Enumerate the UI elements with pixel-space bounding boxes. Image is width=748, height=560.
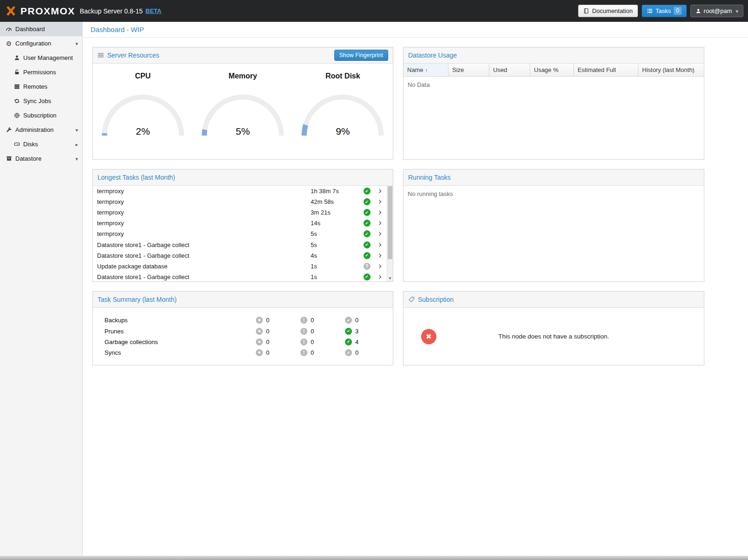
subscription-panel: Subscription This node does not have a s… xyxy=(403,291,704,365)
column-header-name[interactable]: Name xyxy=(403,64,449,76)
show-fingerprint-button[interactable]: Show Fingerprint xyxy=(334,50,389,61)
status-ok-icon xyxy=(364,241,371,248)
column-label: Estimated Full xyxy=(578,66,616,73)
sidebar-item-disks[interactable]: Disks xyxy=(0,137,82,151)
column-header-history[interactable]: History (last Month) xyxy=(638,64,704,76)
task-row[interactable]: Update package database 1s xyxy=(93,261,387,272)
sidebar-item-configuration[interactable]: Configuration xyxy=(0,36,82,51)
archive-icon xyxy=(5,156,13,162)
user-menu-button[interactable]: root@pam xyxy=(690,5,743,17)
beta-link[interactable]: BETA xyxy=(145,7,161,14)
open-task-button[interactable] xyxy=(374,210,387,215)
task-duration: 42m 58s xyxy=(311,198,359,205)
column-header-size[interactable]: Size xyxy=(449,64,489,76)
chevron-down-icon[interactable] xyxy=(75,126,78,133)
status-ok-icon xyxy=(364,252,371,259)
vertical-scrollbar[interactable] xyxy=(387,186,393,281)
sidebar-item-dashboard[interactable]: Dashboard xyxy=(0,22,82,36)
task-status xyxy=(359,220,374,227)
warning-icon xyxy=(300,328,307,335)
open-task-button[interactable] xyxy=(374,221,387,226)
sidebar-item-subscription[interactable]: Subscription xyxy=(0,108,82,123)
unlock-icon xyxy=(13,69,21,75)
sidebar-item-label: Sync Jobs xyxy=(23,98,51,104)
error-count: 0 xyxy=(266,349,269,356)
sort-ascending-icon xyxy=(425,66,428,73)
documentation-label: Documentation xyxy=(592,7,632,14)
open-task-button[interactable] xyxy=(374,264,387,269)
task-row[interactable]: Datastore store1 - Garbage collect 1s xyxy=(93,272,387,281)
ok-icon xyxy=(345,349,352,356)
wrench-icon xyxy=(5,127,13,133)
task-row[interactable]: termproxy 1h 38m 7s xyxy=(93,186,387,196)
open-task-button[interactable] xyxy=(374,253,387,258)
panel-title: Datastore Usage xyxy=(408,52,457,59)
no-data-text: No Data xyxy=(403,77,704,93)
sidebar-item-user-management[interactable]: User Management xyxy=(0,51,82,65)
task-row[interactable]: termproxy 14s xyxy=(93,218,387,228)
tasks-button[interactable]: Tasks 0 xyxy=(642,5,687,17)
task-duration: 14s xyxy=(311,220,359,227)
product-version: Backup Server 0.8-15 xyxy=(80,7,143,15)
datastore-table-header: Name Size Used Usage % Estimated Full Hi… xyxy=(403,64,704,77)
sidebar-item-administration[interactable]: Administration xyxy=(0,123,82,137)
main-content: Dashboard - WIP Server Resources Show Fi… xyxy=(83,22,748,560)
open-task-button[interactable] xyxy=(374,199,387,204)
scrollbar-down-arrow[interactable] xyxy=(387,275,393,281)
warning-count: 0 xyxy=(311,339,314,345)
sidebar-item-label: Dashboard xyxy=(15,26,45,33)
subscription-body: This node does not have a subscription. xyxy=(403,308,704,365)
summary-ok: 0 xyxy=(345,317,390,324)
longest-tasks-header: Longest Tasks (last Month) xyxy=(93,169,393,186)
datastore-usage-header: Datastore Usage xyxy=(403,47,704,64)
column-header-used[interactable]: Used xyxy=(489,64,530,76)
task-summary-header: Task Summary (last Month) xyxy=(93,292,393,308)
task-row[interactable]: Datastore store1 - Garbage collect 4s xyxy=(93,250,387,261)
open-task-button[interactable] xyxy=(374,231,387,236)
task-row[interactable]: termproxy 5s xyxy=(93,228,387,239)
scrollbar-thumb[interactable] xyxy=(388,186,392,259)
proxmox-logo: PROXMOX xyxy=(5,5,75,17)
server-resources-body: CPU 2% Memory xyxy=(93,64,393,159)
chevron-right-icon xyxy=(378,210,383,215)
error-count: 0 xyxy=(266,339,269,345)
open-task-button[interactable] xyxy=(374,189,387,194)
open-task-button[interactable] xyxy=(374,274,387,280)
panel-title: Subscription xyxy=(418,296,454,303)
gauge-row: CPU 2% Memory xyxy=(93,64,393,137)
memory-gauge: Memory 5% xyxy=(195,72,290,137)
status-ok-icon xyxy=(364,273,371,280)
warning-icon xyxy=(300,349,307,356)
task-status xyxy=(359,252,374,259)
summary-errors: 0 xyxy=(256,349,300,356)
sidebar-item-permissions[interactable]: Permissions xyxy=(0,65,82,79)
sidebar-item-datastore[interactable]: Datastore xyxy=(0,151,82,166)
chevron-down-icon[interactable] xyxy=(75,40,78,47)
error-icon xyxy=(256,328,263,335)
gauge-label: Root Disk xyxy=(295,72,390,80)
open-task-button[interactable] xyxy=(374,242,387,247)
user-icon xyxy=(696,8,701,14)
task-row[interactable]: termproxy 3m 21s xyxy=(93,207,387,218)
task-row[interactable]: termproxy 42m 58s xyxy=(93,196,387,207)
sidebar-item-sync-jobs[interactable]: Sync Jobs xyxy=(0,94,82,108)
column-header-usage[interactable]: Usage % xyxy=(530,64,574,76)
chevron-right-icon[interactable] xyxy=(75,141,78,148)
task-status xyxy=(359,198,374,205)
error-count: 0 xyxy=(266,317,269,324)
datastore-usage-panel: Datastore Usage Name Size Used Usage % E… xyxy=(403,47,704,160)
documentation-button[interactable]: Documentation xyxy=(578,5,637,17)
summary-errors: 0 xyxy=(256,328,300,335)
subscription-message: This node does not have a subscription. xyxy=(498,333,609,340)
task-list-icon xyxy=(647,8,653,14)
task-row[interactable]: Datastore store1 - Garbage collect 5s xyxy=(93,239,387,250)
panel-title: Longest Tasks (last Month) xyxy=(98,174,175,181)
task-duration: 1s xyxy=(311,273,359,280)
sidebar-item-remotes[interactable]: Remotes xyxy=(0,79,82,94)
warning-count: 0 xyxy=(311,328,314,335)
column-header-estimated-full[interactable]: Estimated Full xyxy=(574,64,638,76)
chevron-down-icon[interactable] xyxy=(75,155,78,162)
task-name: Datastore store1 - Garbage collect xyxy=(97,252,311,259)
column-label: Size xyxy=(452,66,464,73)
task-status xyxy=(359,230,374,237)
